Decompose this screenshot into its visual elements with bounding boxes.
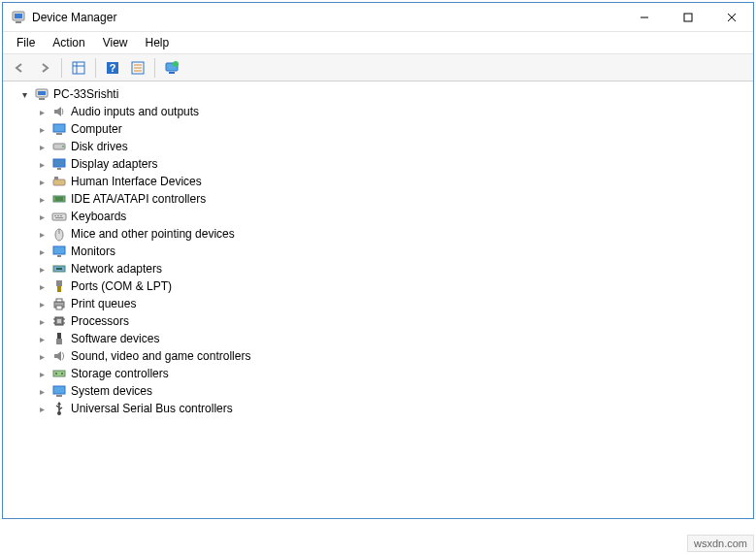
audio-icon (51, 104, 67, 119)
expand-icon[interactable] (36, 298, 48, 310)
svg-point-59 (61, 373, 63, 375)
tree-category-label: System devices (71, 384, 152, 398)
tree-category-label: Storage controllers (71, 367, 169, 380)
expand-icon[interactable] (18, 88, 30, 100)
menu-view[interactable]: View (95, 34, 136, 51)
tree-category[interactable]: Print queues (5, 295, 751, 312)
expand-icon[interactable] (36, 228, 48, 240)
menu-help[interactable]: Help (138, 34, 178, 51)
computer-icon (34, 86, 49, 102)
device-tree[interactable]: PC-33Srishti Audio inputs and outputsCom… (3, 81, 753, 518)
svg-rect-30 (53, 196, 65, 202)
svg-rect-47 (56, 299, 62, 302)
expand-icon[interactable] (36, 280, 48, 292)
menu-file[interactable]: File (9, 34, 43, 51)
help-button[interactable]: ? (102, 57, 123, 79)
svg-rect-41 (57, 255, 61, 257)
svg-rect-4 (684, 14, 692, 21)
tree-category[interactable]: Software devices (5, 330, 751, 347)
tree-category-label: Software devices (71, 332, 159, 345)
svg-rect-26 (53, 159, 65, 167)
tree-category[interactable]: Display adapters (5, 155, 751, 173)
expand-icon[interactable] (36, 333, 48, 344)
usb-icon (51, 401, 67, 416)
tree-category[interactable]: System devices (5, 382, 751, 400)
toolbar-separator (95, 58, 96, 78)
svg-rect-55 (57, 333, 61, 339)
svg-marker-66 (57, 402, 61, 405)
tree-category[interactable]: Network adapters (5, 260, 751, 277)
expand-icon[interactable] (36, 141, 48, 152)
svg-rect-40 (53, 246, 65, 254)
expand-icon[interactable] (36, 350, 48, 362)
tree-category[interactable]: Ports (COM & LPT) (5, 277, 751, 295)
window-controls (622, 3, 753, 31)
tree-category-label: Computer (71, 122, 122, 136)
expand-icon[interactable] (36, 176, 48, 187)
tree-category[interactable]: Computer (5, 120, 751, 138)
svg-rect-22 (53, 124, 65, 132)
expand-icon[interactable] (36, 385, 48, 397)
tree-category[interactable]: Audio inputs and outputs (5, 103, 751, 120)
menu-action[interactable]: Action (45, 34, 92, 51)
expand-icon[interactable] (36, 123, 48, 135)
keyboard-icon (51, 209, 67, 224)
close-button[interactable] (709, 3, 753, 31)
svg-point-58 (55, 373, 57, 375)
expand-icon[interactable] (36, 315, 48, 327)
expand-icon[interactable] (36, 403, 48, 414)
monitor-icon (51, 244, 67, 259)
tree-category[interactable]: IDE ATA/ATAPI controllers (5, 190, 751, 208)
svg-rect-57 (53, 371, 65, 376)
tree-category[interactable]: Processors (5, 312, 751, 330)
tree-category-label: Human Interface Devices (71, 175, 202, 188)
tree-category-label: Display adapters (71, 157, 157, 171)
properties-button[interactable] (127, 57, 148, 79)
expand-icon[interactable] (36, 158, 48, 170)
toolbar-separator (61, 58, 62, 78)
minimize-button[interactable] (622, 3, 666, 31)
tree-root[interactable]: PC-33Srishti (5, 85, 751, 103)
expand-icon[interactable] (36, 211, 48, 222)
svg-rect-35 (57, 215, 59, 216)
tree-category[interactable]: Storage controllers (5, 365, 751, 382)
tree-category[interactable]: Keyboards (5, 208, 751, 225)
expand-icon[interactable] (36, 263, 48, 275)
svg-rect-61 (56, 395, 62, 397)
svg-rect-44 (56, 280, 62, 286)
svg-rect-33 (52, 213, 66, 220)
app-icon (11, 10, 26, 25)
expand-icon[interactable] (36, 368, 48, 379)
hid-icon (51, 174, 67, 189)
storage-icon (51, 366, 67, 381)
computer-icon (51, 121, 67, 137)
titlebar: Device Manager (3, 3, 753, 32)
display-icon (51, 156, 67, 172)
tree-category[interactable]: Universal Serial Bus controllers (5, 400, 751, 417)
tree-category[interactable]: Mice and other pointing devices (5, 225, 751, 243)
scan-hardware-button[interactable] (161, 57, 182, 79)
maximize-button[interactable] (666, 3, 709, 31)
watermark: wsxdn.com (687, 535, 754, 552)
svg-rect-36 (60, 215, 62, 216)
svg-rect-7 (73, 62, 84, 74)
tree-category-label: Keyboards (71, 210, 126, 223)
disk-icon (51, 139, 67, 154)
tree-category[interactable]: Disk drives (5, 138, 751, 155)
svg-point-25 (62, 146, 64, 147)
expand-icon[interactable] (36, 193, 48, 205)
tree-category[interactable]: Monitors (5, 243, 751, 260)
back-button[interactable] (9, 57, 30, 79)
expand-icon[interactable] (36, 106, 48, 117)
svg-text:?: ? (110, 62, 116, 74)
forward-button[interactable] (34, 57, 55, 79)
svg-rect-56 (56, 339, 62, 344)
cpu-icon (51, 313, 67, 329)
show-hide-console-tree-button[interactable] (68, 57, 89, 79)
tree-category[interactable]: Human Interface Devices (5, 173, 751, 190)
tree-category-label: Monitors (71, 244, 115, 258)
expand-icon[interactable] (36, 245, 48, 257)
svg-rect-29 (54, 177, 58, 179)
tree-category[interactable]: Sound, video and game controllers (5, 347, 751, 365)
tree-category-label: Processors (71, 314, 129, 328)
